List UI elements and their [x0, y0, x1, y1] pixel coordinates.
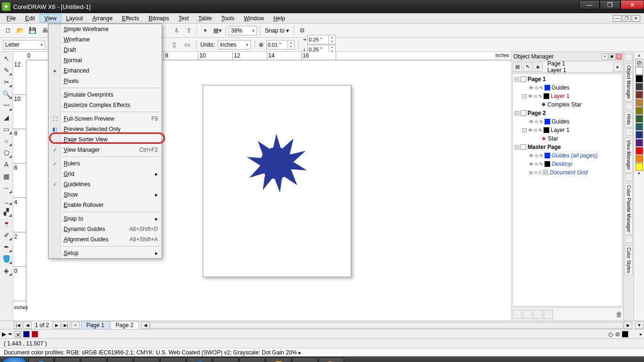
add-page-button[interactable]: + — [71, 321, 80, 329]
menu-item-page-sorter-view[interactable]: Page Sorter View — [49, 134, 162, 145]
color-swatch[interactable] — [636, 147, 643, 155]
portrait-button[interactable]: ▯ — [169, 40, 179, 50]
view-menu-dropdown[interactable]: Simple WireframeWireframeDraftNormal●Enh… — [48, 24, 162, 259]
prev-page-button[interactable]: ◀ — [23, 321, 32, 329]
page-canvas[interactable] — [203, 85, 351, 277]
tree-node[interactable]: ✸Complex Star — [514, 100, 621, 109]
connector-tool[interactable]: ⎯ — [1, 194, 12, 206]
tree-node[interactable]: 👁⦸✎Guides (all pages) — [514, 151, 621, 160]
taskbar-app-button[interactable]: 📁 — [213, 357, 239, 362]
no-fill-swatch[interactable]: ✕ — [15, 331, 21, 337]
taskbar-app-button[interactable]: W — [107, 357, 133, 362]
menu-item-rasterize-complex-effects[interactable]: Rasterize Complex Effects — [49, 100, 162, 110]
complex-star-shape[interactable] — [246, 132, 307, 194]
menu-item-rulers[interactable]: ✓Rulers — [49, 158, 162, 169]
shape-tool[interactable]: ✎ — [1, 65, 12, 76]
tree-node[interactable]: 👁⦸✎Desktop — [514, 160, 621, 168]
mdi-close-button[interactable]: ✕ — [632, 15, 640, 22]
maximize-button[interactable]: ❐ — [600, 0, 620, 9]
new-master-layer-all-button[interactable] — [533, 310, 543, 319]
taskbar-app-button[interactable]: ▶ — [239, 357, 265, 362]
menu-help[interactable]: Help — [269, 14, 290, 23]
interactive-fill-tool[interactable]: ◈ — [1, 265, 12, 276]
fill-tool[interactable]: 🪣 — [1, 253, 12, 264]
save-button[interactable]: 💾 — [27, 25, 38, 36]
effects-tool[interactable]: ▞ — [1, 206, 12, 217]
outline-pen-icon[interactable]: ✒ — [8, 331, 13, 337]
menu-item-pixels[interactable]: Pixels — [49, 76, 162, 86]
docker-collapse-button[interactable]: » — [602, 53, 608, 60]
new-button[interactable]: 🗋 — [3, 25, 13, 36]
docker-tab-color-styles[interactable]: Color Styles — [625, 245, 633, 275]
publish-pdf-button[interactable]: ▾ — [200, 25, 210, 36]
color-swatch[interactable] — [636, 67, 643, 74]
tree-node[interactable]: −👁⦸✎Layer 1 — [514, 92, 621, 100]
pick-tool[interactable]: ↖ — [1, 53, 12, 64]
docker-tab-color-palette-manager[interactable]: Color Palette Manager — [625, 183, 633, 235]
tree-node[interactable]: 👁⦸✎Guides — [514, 83, 621, 92]
docker-close-button[interactable]: ✕ — [616, 53, 622, 60]
layer-mgr-view-button[interactable]: ◈ — [533, 62, 543, 72]
tree-node[interactable]: −👁⦸✎Layer 1 — [514, 126, 621, 134]
color-swatch[interactable] — [636, 99, 643, 107]
menu-item-draft[interactable]: Draft — [49, 45, 162, 55]
next-page-button[interactable]: ▶ — [52, 321, 61, 329]
taskbar-app-button[interactable]: 🦊 — [55, 357, 80, 362]
menu-edit[interactable]: Edit — [20, 14, 40, 23]
docker-tab-icon[interactable] — [625, 128, 633, 136]
crop-tool[interactable]: ✂ — [1, 76, 12, 88]
menu-arrange[interactable]: Arrange — [88, 14, 117, 23]
mdi-restore-button[interactable]: ❐ — [622, 15, 631, 22]
snap-to-menu[interactable]: Snap to ▾ — [263, 27, 291, 34]
taskbar-app-button[interactable]: 🎨 — [319, 357, 344, 362]
docker-tab-object-manager[interactable]: Object Manager — [625, 63, 633, 101]
mdi-minimize-button[interactable]: — — [613, 15, 621, 22]
palette-down-button[interactable]: ▼ — [637, 171, 641, 177]
landscape-button[interactable]: ▭ — [182, 40, 192, 50]
menu-item-snap-to[interactable]: Snap to▸ — [49, 214, 162, 224]
menu-item-setup[interactable]: Setup▸ — [49, 248, 162, 258]
tree-node[interactable]: −Page 2 — [514, 109, 621, 117]
rectangle-tool[interactable]: ▭ — [1, 123, 12, 135]
docker-tab-hints[interactable]: Hints — [625, 112, 633, 127]
vertical-ruler[interactable]: 121086420inches — [13, 60, 26, 312]
color-swatch[interactable] — [636, 131, 643, 139]
menu-item-simple-wireframe[interactable]: Simple Wireframe — [49, 24, 162, 34]
ellipse-tool[interactable]: ○ — [1, 135, 12, 147]
menu-window[interactable]: Window — [239, 14, 269, 23]
polygon-tool[interactable]: ⬠ — [1, 147, 12, 158]
transparency-tool[interactable]: 🍷 — [1, 218, 12, 229]
new-layer-button[interactable] — [512, 310, 522, 319]
page-tab-2[interactable]: Page 2 — [110, 321, 139, 329]
menu-item-enable-rollover[interactable]: Enable Rollover — [49, 200, 162, 210]
minimize-button[interactable]: — — [579, 0, 600, 9]
menu-view[interactable]: View — [40, 14, 61, 23]
palette-up-button[interactable]: ▲ — [637, 53, 641, 58]
no-color-swatch[interactable]: ⊘ — [636, 59, 643, 66]
docker-tab-icon[interactable] — [625, 102, 633, 110]
menu-bitmaps[interactable]: Bitmaps — [144, 14, 173, 23]
tree-node[interactable]: −Page 1 — [514, 75, 621, 83]
taskbar-app-button[interactable]: 📔 — [266, 357, 291, 362]
docker-tab-icon[interactable] — [625, 236, 633, 243]
color-swatch[interactable] — [636, 155, 643, 163]
menu-table[interactable]: Table — [193, 14, 216, 23]
tree-node[interactable]: ⊖⦸⦸Document Grid — [514, 168, 621, 177]
first-page-button[interactable]: |◀ — [14, 321, 22, 329]
menu-text[interactable]: Text — [173, 14, 193, 23]
object-tree[interactable]: −Page 1👁⦸✎Guides−👁⦸✎Layer 1✸Complex Star… — [512, 74, 622, 306]
taskbar-app-button[interactable]: e — [81, 357, 107, 362]
taskbar-app-button[interactable]: O — [134, 357, 159, 362]
menu-bar[interactable]: FileEditViewLayoutArrangeEffectsBitmapsT… — [0, 13, 644, 24]
menu-item-view-manager[interactable]: ✓View ManagerCtrl+F2 — [49, 145, 162, 155]
taskbar-app-button[interactable]: 🖌 — [292, 357, 318, 362]
menu-item-enhanced[interactable]: ●Enhanced — [49, 66, 162, 76]
units-combo[interactable]: inches — [218, 40, 251, 49]
fill-color-swatch[interactable] — [23, 331, 30, 337]
menu-item-grid[interactable]: Grid▸ — [49, 169, 162, 179]
tree-node[interactable]: ★Star — [514, 134, 621, 143]
app-launcher-button[interactable]: ▦▾ — [212, 25, 223, 36]
docker-tab-view-manager[interactable]: View Manager — [625, 138, 633, 173]
color-swatch[interactable] — [636, 163, 643, 171]
open-button[interactable]: 📂 — [15, 25, 25, 36]
